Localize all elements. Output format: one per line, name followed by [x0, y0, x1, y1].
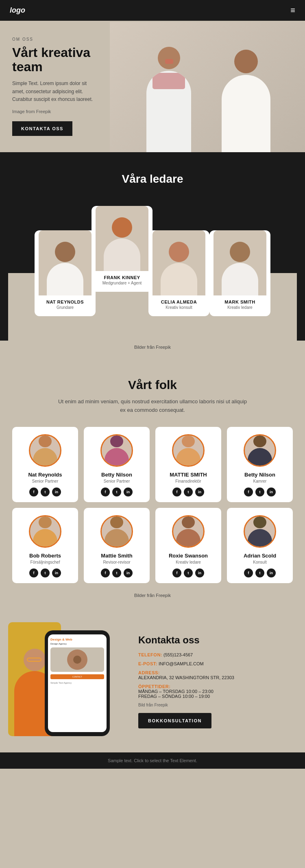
person-card-4: Bob Roberts Försäljningschef f t in [12, 508, 78, 583]
hero-content: OM OSS Vårt kreativa team Simple Text. L… [0, 21, 106, 152]
phone-mockup: Design & Web Design Agency CONTACT Simpl… [45, 630, 110, 736]
person-role-4: Försäljningschef [30, 560, 60, 564]
person-name-1: Betty Nilson [101, 472, 132, 478]
hours-label: ÖPPETTIDER: [138, 684, 170, 689]
people-credit: Bilder från Freepik [12, 589, 293, 602]
leader-role-nat: Grundare [57, 305, 74, 310]
person-role-5: Revisor-revisor [103, 560, 130, 564]
hours-line1: MÅNDAG – TORSDAG 10:00 – 23:00 [138, 689, 214, 694]
leaders-row: NAT REYNOLDS Grundare FRANK KINNEY Medgr… [8, 206, 297, 341]
phone-cta: CONTACT [50, 674, 104, 679]
footer-text: Sample text. Click to select the Text El… [108, 758, 197, 763]
social-icons-6: f t in [172, 568, 204, 577]
people-freepik-link[interactable]: Freepik [156, 593, 171, 598]
people-section: Vårt folk Ut enim ad minim veniam, quis … [0, 358, 305, 614]
facebook-icon-1[interactable]: f [101, 488, 110, 496]
facebook-icon-2[interactable]: f [172, 488, 181, 496]
contact-freepik-link[interactable]: Freepik [154, 703, 168, 707]
person-name-7: Adrian Scold [244, 553, 276, 559]
instagram-icon-7[interactable]: in [267, 568, 276, 577]
leader-name-celia: CELIA ALMEDA [161, 300, 197, 304]
facebook-icon-3[interactable]: f [244, 488, 253, 496]
email-label: E-POST: [138, 661, 157, 666]
leader-role-mark: Kreativ ledare [227, 305, 253, 310]
person-name-5: Mattie Smith [101, 553, 132, 559]
person-card-6: Roxie Swanson Kreativ ledare f t in [155, 508, 221, 583]
facebook-icon-4[interactable]: f [29, 568, 38, 577]
twitter-icon-6[interactable]: t [184, 568, 193, 577]
leaders-title: Våra ledare [8, 173, 297, 186]
hero-image-credit: Image from Freepik [12, 109, 94, 114]
phone-subtitle: Design Agency [50, 643, 104, 645]
social-icons-5: f t in [101, 568, 133, 577]
contact-section: Design & Web Design Agency CONTACT Simpl… [0, 614, 305, 752]
instagram-icon-3[interactable]: in [267, 488, 276, 496]
person-avatar-1 [100, 434, 133, 467]
twitter-icon-0[interactable]: t [41, 488, 50, 496]
social-icons-3: f t in [244, 488, 276, 496]
leader-avatar-frank [96, 206, 148, 271]
leader-card-mark: MARK SMITH Kreativ ledare [209, 230, 270, 316]
person-name-6: Roxie Swanson [169, 553, 208, 559]
twitter-icon-1[interactable]: t [112, 488, 121, 496]
twitter-icon-2[interactable]: t [184, 488, 193, 496]
hero-title: Vårt kreativa team [12, 46, 94, 74]
twitter-icon-4[interactable]: t [41, 568, 50, 577]
people-title: Vårt folk [12, 378, 293, 392]
hero-label: OM OSS [12, 37, 94, 42]
person-card-5: Mattie Smith Revisor-revisor f t in [84, 508, 150, 583]
instagram-icon-6[interactable]: in [195, 568, 204, 577]
person-avatar-6 [172, 515, 205, 548]
person-name-0: Nat Reynolds [28, 472, 62, 478]
instagram-icon-2[interactable]: in [195, 488, 204, 496]
instagram-icon-5[interactable]: in [124, 568, 133, 577]
person-name-2: MATTIE SMITH [170, 472, 207, 478]
freepik-link[interactable]: Freepik [36, 109, 51, 114]
phone-title: Design & Web [50, 638, 104, 641]
person-role-6: Kreativ ledare [176, 560, 201, 564]
facebook-icon-7[interactable]: f [244, 568, 253, 577]
facebook-icon-0[interactable]: f [29, 488, 38, 496]
person-avatar-7 [244, 515, 276, 548]
logo: logo [10, 6, 25, 15]
twitter-icon-3[interactable]: t [255, 488, 264, 496]
leader-card-celia: CELIA ALMEDA Kreativ konsult [148, 230, 209, 316]
leader-card-frank: FRANK KINNEY Medgrundare + Agent [92, 206, 152, 292]
contact-us-button[interactable]: KONTAKTA OSS [12, 121, 72, 136]
instagram-icon-0[interactable]: in [52, 488, 61, 496]
facebook-icon-5[interactable]: f [101, 568, 110, 577]
person-role-2: Finansdirektör [175, 479, 201, 483]
email-value: INFO@SAMPLE.COM [159, 661, 204, 666]
menu-icon[interactable]: ≡ [290, 6, 295, 15]
people-grid-row1: Nat Reynolds Senior Partner f t in Betty… [12, 427, 293, 502]
social-icons-7: f t in [244, 568, 276, 577]
instagram-icon-1[interactable]: in [124, 488, 133, 496]
people-description: Ut enim ad minim veniam, quis nostrud ex… [55, 398, 250, 415]
leaders-freepik-link[interactable]: Freepik [156, 345, 171, 350]
instagram-icon-4[interactable]: in [52, 568, 61, 577]
hero-person-1 [136, 30, 201, 152]
person-card-0: Nat Reynolds Senior Partner f t in [12, 427, 78, 502]
leader-name-frank: FRANK KINNEY [104, 275, 140, 280]
twitter-icon-5[interactable]: t [112, 568, 121, 577]
person-avatar-3 [244, 434, 276, 467]
leader-role-frank: Medgrundare + Agent [102, 281, 142, 285]
twitter-icon-7[interactable]: t [255, 568, 264, 577]
footer: Sample text. Click to select the Text El… [0, 752, 305, 769]
person-card-7: Adrian Scold Konsult f t in [227, 508, 293, 583]
contact-credit: Bild från Freepik [138, 703, 297, 707]
address-value: ALEXANDRIA, 32 WASHINGTORN STR, 22303 [138, 675, 234, 680]
leader-role-celia: Kreativ konsult [166, 305, 192, 310]
book-consultation-button[interactable]: BOKKONSULTATION [138, 713, 211, 728]
person-card-2: MATTIE SMITH Finansdirektör f t in [155, 427, 221, 502]
person-card-1: Betty Nilson Senior Partner f t in [84, 427, 150, 502]
leaders-credit: Bilder från Freepik [0, 341, 305, 358]
person-name-3: Betty Nilson [244, 472, 275, 478]
hero-section: OM OSS Vårt kreativa team Simple Text. L… [0, 21, 305, 152]
leaders-section: Våra ledare NAT REYNOLDS Grundare FRANK … [0, 152, 305, 341]
person-card-3: Betty Nilson Kamrer f t in [227, 427, 293, 502]
social-icons-1: f t in [101, 488, 133, 496]
facebook-icon-6[interactable]: f [172, 568, 181, 577]
social-icons-4: f t in [29, 568, 61, 577]
leader-name-nat: NAT REYNOLDS [46, 300, 84, 304]
